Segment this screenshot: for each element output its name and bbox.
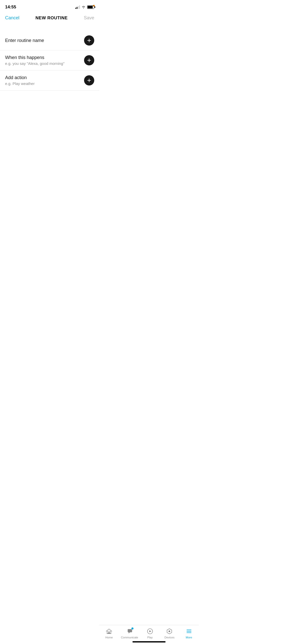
content-area: Enter routine name When this happens e.g… bbox=[0, 26, 99, 91]
routine-name-text-group: Enter routine name bbox=[5, 38, 44, 43]
cancel-button[interactable]: Cancel bbox=[5, 15, 19, 21]
battery-icon bbox=[87, 5, 94, 9]
add-action-row[interactable]: Add action e.g. Play weather bbox=[0, 70, 99, 91]
status-bar: 14:55 bbox=[0, 0, 99, 13]
add-action-add-button[interactable] bbox=[84, 75, 94, 85]
add-action-sublabel: e.g. Play weather bbox=[5, 81, 35, 86]
when-this-happens-text-group: When this happens e.g. you say "Alexa, g… bbox=[5, 55, 64, 66]
battery-fill bbox=[88, 6, 93, 8]
when-this-happens-row[interactable]: When this happens e.g. you say "Alexa, g… bbox=[0, 50, 99, 70]
page-title: NEW ROUTINE bbox=[35, 16, 67, 21]
when-this-happens-add-button[interactable] bbox=[84, 55, 94, 65]
when-this-happens-label: When this happens bbox=[5, 55, 64, 60]
plus-icon bbox=[87, 38, 92, 43]
plus-icon bbox=[87, 58, 92, 63]
plus-icon bbox=[87, 78, 92, 83]
add-action-label: Add action bbox=[5, 75, 35, 80]
routine-name-row[interactable]: Enter routine name bbox=[0, 31, 99, 50]
when-this-happens-sublabel: e.g. you say "Alexa, good morning" bbox=[5, 61, 64, 66]
routine-name-label: Enter routine name bbox=[5, 38, 44, 43]
status-time: 14:55 bbox=[5, 5, 16, 10]
signal-bar-3 bbox=[78, 6, 79, 9]
status-icons bbox=[75, 5, 94, 9]
signal-bar-1 bbox=[75, 8, 76, 9]
signal-bars-icon bbox=[75, 5, 80, 9]
signal-bar-2 bbox=[77, 7, 77, 9]
nav-header: Cancel NEW ROUTINE Save bbox=[0, 13, 99, 26]
routine-name-add-button[interactable] bbox=[84, 35, 94, 46]
signal-bar-4 bbox=[79, 5, 80, 9]
add-action-text-group: Add action e.g. Play weather bbox=[5, 75, 35, 86]
save-button[interactable]: Save bbox=[84, 15, 94, 21]
wifi-icon bbox=[82, 5, 86, 9]
